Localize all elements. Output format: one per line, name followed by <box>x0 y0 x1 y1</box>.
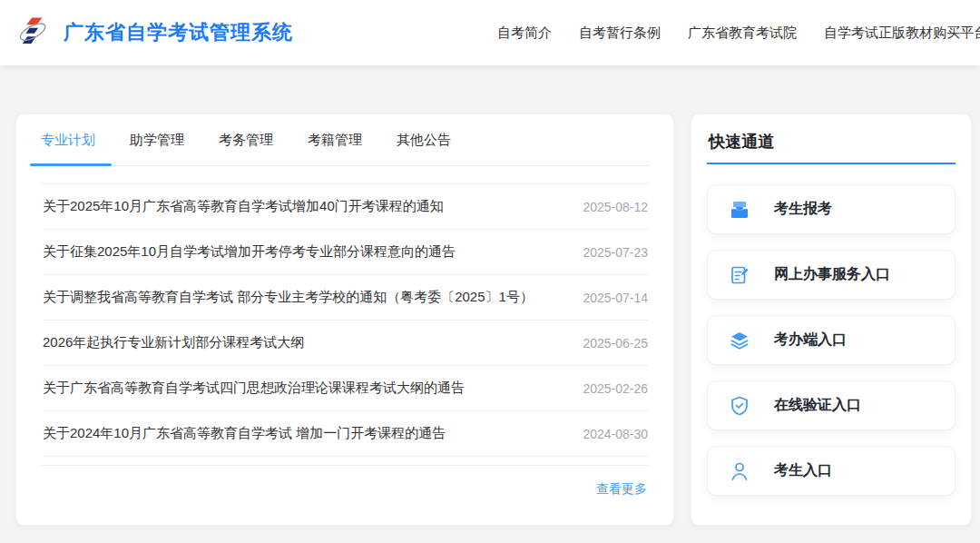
quick-channel-underline <box>707 163 956 164</box>
layers-icon <box>729 330 750 351</box>
nav-link-textbook-platform[interactable]: 自学考试正版教材购买平台 <box>824 25 980 42</box>
notice-row[interactable]: 关于2024年10月广东省高等教育自学考试 增加一门开考课程的通告 2024-0… <box>43 411 648 457</box>
notice-date: 2024-08-30 <box>583 427 648 441</box>
notice-row[interactable]: 关于调整我省高等教育自学考试 部分专业主考学校的通知（粤考委〔2025〕1号） … <box>43 275 648 321</box>
notice-row[interactable]: 关于2025年10月广东省高等教育自学考试增加40门开考课程的通知 2025-0… <box>43 184 648 230</box>
app-logo[interactable]: 广东省自学考试管理系统 <box>16 15 293 50</box>
logo-icon <box>16 15 51 50</box>
shield-check-icon <box>729 395 750 417</box>
quick-item-online-services-entrance[interactable]: 网上办事服务入口 <box>707 250 956 300</box>
quick-channel-panel: 快速通道 考生报考 网上办事服务入口 <box>691 114 971 525</box>
user-icon <box>729 460 750 482</box>
quick-item-online-verification-entrance[interactable]: 在线验证入口 <box>707 380 956 430</box>
notice-footer: 查看更多 <box>40 465 650 498</box>
notice-date: 2025-02-26 <box>583 381 648 396</box>
quick-item-label: 网上办事服务入口 <box>774 265 890 284</box>
app-header: 广东省自学考试管理系统 自考简介 自考暂行条例 广东省教育考试院 自学考试正版教… <box>0 0 980 65</box>
notice-list: 关于2025年10月广东省高等教育自学考试增加40门开考课程的通知 2025-0… <box>40 183 650 457</box>
notice-date: 2025-08-12 <box>583 200 648 214</box>
view-more-link[interactable]: 查看更多 <box>596 481 647 498</box>
notice-date: 2025-07-14 <box>583 291 648 305</box>
tab-study-aid-management[interactable]: 助学管理 <box>130 114 184 165</box>
notice-title[interactable]: 关于调整我省高等教育自学考试 部分专业主考学校的通知（粤考委〔2025〕1号） <box>43 289 534 306</box>
notice-date: 2025-07-23 <box>583 245 648 260</box>
quick-channel-title: 快速通道 <box>709 131 956 153</box>
edit-document-icon <box>729 264 750 286</box>
notice-row[interactable]: 关于征集2025年10月自学考试增加开考停考专业部分课程意向的通告 2025-0… <box>43 230 648 275</box>
notice-tabs: 专业计划 助学管理 考务管理 考籍管理 其他公告 <box>40 114 650 166</box>
nav-link-gd-education-exam-institute[interactable]: 广东省教育考试院 <box>688 25 797 42</box>
tab-exam-affairs-management[interactable]: 考务管理 <box>219 114 273 165</box>
nav-link-provisional-regulations[interactable]: 自考暂行条例 <box>579 25 661 42</box>
quick-item-label: 在线验证入口 <box>774 396 861 415</box>
notice-title[interactable]: 2026年起执行专业新计划部分课程考试大纲 <box>43 334 304 351</box>
notice-title[interactable]: 关于广东省高等教育自学考试四门思想政治理论课课程考试大纲的通告 <box>43 380 465 397</box>
tab-exam-records-management[interactable]: 考籍管理 <box>308 114 362 165</box>
header-nav: 自考简介 自考暂行条例 广东省教育考试院 自学考试正版教材购买平台 <box>497 25 980 42</box>
inbox-icon <box>729 199 750 221</box>
quick-item-candidate-registration[interactable]: 考生报考 <box>707 184 956 234</box>
notice-row[interactable]: 关于广东省高等教育自学考试四门思想政治理论课课程考试大纲的通告 2025-02-… <box>43 366 648 411</box>
app-title: 广东省自学考试管理系统 <box>64 19 293 46</box>
tab-major-plans[interactable]: 专业计划 <box>41 114 95 165</box>
quick-item-exam-office-entrance[interactable]: 考办端入口 <box>707 315 956 365</box>
quick-item-candidate-entrance[interactable]: 考生入口 <box>707 446 956 496</box>
quick-item-label: 考生入口 <box>774 461 832 480</box>
notice-title[interactable]: 关于征集2025年10月自学考试增加开考停考专业部分课程意向的通告 <box>43 243 456 261</box>
notice-title[interactable]: 关于2024年10月广东省高等教育自学考试 增加一门开考课程的通告 <box>43 425 446 442</box>
quick-item-label: 考生报考 <box>774 200 832 219</box>
quick-item-label: 考办端入口 <box>774 331 847 350</box>
nav-link-zikao-intro[interactable]: 自考简介 <box>497 25 552 42</box>
notice-panel: 专业计划 助学管理 考务管理 考籍管理 其他公告 关于2025年10月广东省高等… <box>16 114 673 525</box>
notice-row[interactable]: 2026年起执行专业新计划部分课程考试大纲 2025-06-25 <box>43 321 648 366</box>
tab-other-announcements[interactable]: 其他公告 <box>397 114 451 165</box>
notice-title[interactable]: 关于2025年10月广东省高等教育自学考试增加40门开考课程的通知 <box>43 198 444 215</box>
notice-date: 2025-06-25 <box>583 336 648 350</box>
